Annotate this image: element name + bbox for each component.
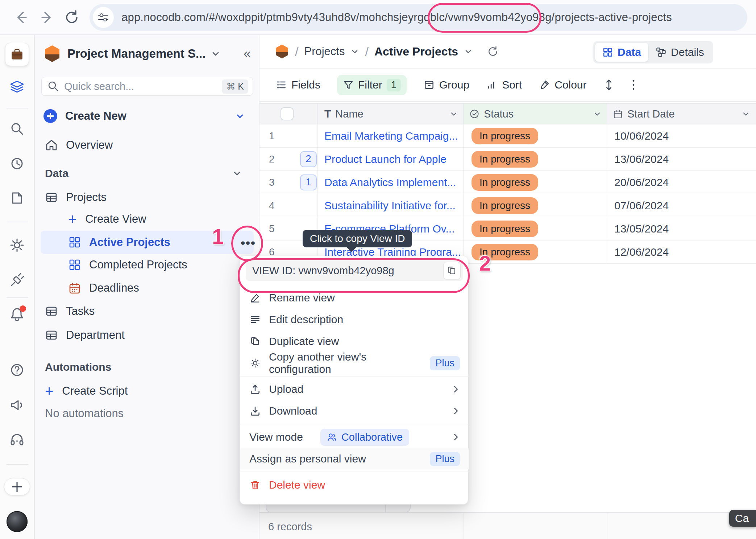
quick-search-input[interactable]: Quick search... ⌘ K: [41, 77, 253, 96]
rail-divider: [7, 222, 28, 222]
browser-forward-icon[interactable]: [39, 9, 55, 25]
browser-reload-icon[interactable]: [64, 9, 80, 25]
status-badge: In progress: [472, 197, 538, 214]
sidebar-table-tasks[interactable]: Tasks: [45, 302, 248, 320]
duplicate-icon: [249, 336, 261, 347]
announcements-megaphone-icon[interactable]: [9, 397, 25, 412]
chevron-down-icon[interactable]: [350, 47, 359, 56]
support-headset-icon[interactable]: [9, 432, 25, 447]
refresh-icon[interactable]: [487, 46, 499, 57]
sidebar: Project Management S... « Quick search..…: [35, 35, 259, 539]
browser-back-icon[interactable]: [13, 9, 29, 25]
data-section-header[interactable]: Data: [45, 165, 248, 182]
sidebar-table-projects[interactable]: Projects: [45, 188, 248, 206]
user-avatar[interactable]: [7, 511, 28, 532]
base-layers-icon[interactable]: [9, 79, 25, 95]
no-automations-label: No automations: [45, 405, 248, 422]
add-record-bar[interactable]: [266, 503, 411, 513]
menu-item-edit-description[interactable]: Edit description: [240, 309, 469, 330]
status-badge: In progress: [472, 174, 538, 191]
menu-item-view-mode[interactable]: View mode Collaborative: [240, 427, 469, 448]
table-row[interactable]: 31 Data Analytics Implement... In progre…: [259, 171, 756, 194]
filter-button[interactable]: Filter 1: [337, 75, 407, 95]
sidebar-view-deadlines[interactable]: Deadlines: [68, 279, 249, 297]
integrations-plug-icon[interactable]: [9, 272, 25, 288]
view-id-text[interactable]: VIEW ID: vwnv9vomb42yo98g: [252, 265, 443, 277]
copy-view-id-button[interactable]: [443, 262, 461, 279]
create-view-button[interactable]: + Create View: [68, 210, 249, 228]
group-icon: [423, 79, 435, 91]
help-circle-icon[interactable]: [9, 362, 25, 378]
data-details-toggle: Data Details: [593, 41, 713, 63]
chevron-down-icon[interactable]: [593, 110, 602, 118]
browser-chrome: app.nocodb.com/#/woxdppit/ptmb9vty43uhd8…: [0, 0, 756, 35]
notifications-bell-icon[interactable]: [9, 307, 25, 322]
document-icon[interactable]: [10, 191, 24, 205]
menu-item-rename-view[interactable]: Rename view: [240, 287, 469, 308]
fields-button[interactable]: Fields: [275, 79, 320, 91]
sort-button[interactable]: Sort: [486, 79, 522, 91]
sidebar-view-completed-projects[interactable]: Completed Projects: [68, 256, 249, 274]
record-link[interactable]: Data Analytics Implement...: [324, 176, 456, 189]
menu-item-download[interactable]: Download: [240, 400, 469, 421]
table-row[interactable]: 4 Sustainability Initiative for... In pr…: [259, 194, 756, 217]
toolbar-more-button[interactable]: [631, 79, 636, 91]
plus-plan-badge: Plus: [430, 356, 460, 370]
menu-item-duplicate-view[interactable]: Duplicate view: [240, 331, 469, 352]
workspace-icon[interactable]: [5, 43, 29, 66]
chevron-down-icon[interactable]: [742, 110, 750, 118]
row-height-icon: [603, 79, 614, 91]
table-row[interactable]: 22 Product Launch for Apple In progress …: [259, 148, 756, 171]
add-button[interactable]: [4, 478, 30, 495]
paint-brush-icon: [539, 79, 550, 91]
chevron-down-icon[interactable]: [449, 110, 458, 118]
view-id-row[interactable]: VIEW ID: vwnv9vomb42yo98g: [246, 260, 463, 281]
table-row[interactable]: 1 Email Marketing Campaig... In progress…: [259, 124, 756, 148]
select-all-checkbox[interactable]: [281, 107, 294, 120]
address-bar[interactable]: app.nocodb.com/#/woxdppit/ptmb9vty43uhd8…: [90, 4, 747, 31]
record-link[interactable]: Sustainability Initiative for...: [324, 199, 456, 212]
grid-view-icon: [68, 236, 81, 249]
table-footer: 6 records: [259, 512, 756, 539]
menu-item-delete-view[interactable]: Delete view: [240, 474, 469, 495]
filter-count-badge: 1: [387, 79, 401, 91]
tab-details[interactable]: Details: [648, 43, 711, 62]
expand-record-chip[interactable]: 1: [300, 174, 317, 190]
record-link[interactable]: Product Launch for Apple: [324, 153, 446, 165]
settings-gear-icon[interactable]: [9, 238, 25, 253]
tab-data[interactable]: Data: [595, 43, 648, 62]
row-height-button[interactable]: [603, 79, 614, 91]
sidebar-view-active-projects[interactable]: Active Projects: [41, 231, 254, 254]
sidebar-table-department[interactable]: Department: [45, 326, 248, 344]
record-link[interactable]: Email Marketing Campaig...: [324, 130, 458, 142]
breadcrumb-table[interactable]: Projects: [304, 45, 345, 58]
chevron-down-icon[interactable]: [464, 47, 473, 56]
expand-record-chip[interactable]: 2: [300, 151, 317, 167]
view-context-menu-button[interactable]: •••: [234, 227, 262, 258]
url-text[interactable]: app.nocodb.com/#/woxdppit/ptmb9vty43uhd8…: [121, 11, 672, 24]
sidebar-item-overview[interactable]: Overview: [45, 136, 248, 154]
menu-item-assign-personal[interactable]: Assign as personal view Plus: [240, 448, 469, 469]
plus-icon: [43, 109, 57, 123]
breadcrumb-view[interactable]: Active Projects: [374, 45, 458, 58]
overlay-button[interactable]: Ca: [729, 510, 756, 527]
site-settings-icon[interactable]: [93, 7, 114, 28]
menu-item-copy-config[interactable]: Copy another view's configuration Plus: [240, 353, 469, 374]
column-header-start-date[interactable]: Start Date: [607, 104, 755, 124]
history-clock-icon[interactable]: [10, 156, 24, 171]
colour-button[interactable]: Colour: [539, 79, 586, 91]
pencil-icon: [249, 292, 261, 304]
sidebar-collapse-icon[interactable]: «: [244, 46, 251, 61]
table-header: T Name Status Start Date: [259, 103, 756, 124]
create-script-button[interactable]: + Create Script: [45, 382, 248, 400]
column-header-name[interactable]: T Name: [318, 104, 464, 124]
group-button[interactable]: Group: [423, 79, 469, 91]
search-icon[interactable]: [10, 122, 24, 136]
create-new-button[interactable]: Create New: [43, 107, 251, 125]
select-all-cell: [259, 104, 318, 124]
menu-item-upload[interactable]: Upload: [240, 379, 469, 400]
search-icon: [47, 81, 59, 92]
column-header-status[interactable]: Status: [464, 104, 607, 124]
status-badge: In progress: [472, 128, 538, 144]
workspace-switcher[interactable]: Project Management S... «: [43, 43, 251, 64]
